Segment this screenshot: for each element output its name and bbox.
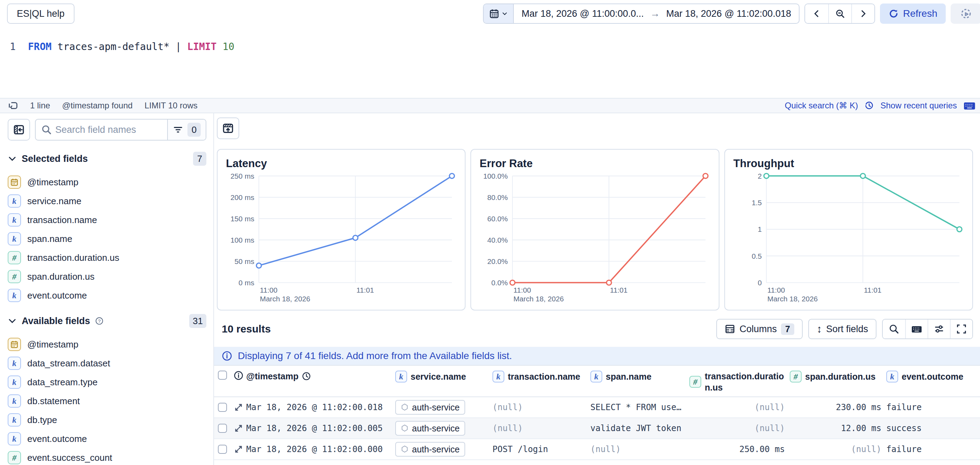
row-checkbox[interactable]	[218, 445, 227, 454]
selected-fields-header[interactable]: Selected fields 7	[8, 152, 206, 166]
time-controls: Mar 18, 2026 @ 11:00:00.0... → Mar 18, 2…	[483, 3, 980, 24]
expand-icon[interactable]	[231, 445, 246, 454]
field-item[interactable]: k data_stream.type	[8, 373, 206, 392]
svg-text:200 ms: 200 ms	[231, 194, 254, 202]
column-header-event-outcome[interactable]: k event.outcome	[886, 371, 980, 382]
keyboard-icon[interactable]	[963, 99, 976, 112]
field-item[interactable]: @timestamp	[8, 173, 206, 192]
cell-event-outcome: failure	[886, 444, 980, 454]
field-type-badge: k	[886, 371, 898, 382]
svg-text:50 ms: 50 ms	[235, 257, 254, 265]
time-nav-group	[804, 3, 875, 24]
field-item[interactable]: # transaction.duration.us	[8, 248, 206, 267]
date-range[interactable]: Mar 18, 2026 @ 11:00:00.0... → Mar 18, 2…	[514, 4, 799, 23]
available-fields-list: @timestamp k data_stream.dataset k data_…	[8, 335, 206, 465]
column-header-transaction-duration[interactable]: # transaction.duration.us	[689, 371, 790, 393]
svg-text:100 ms: 100 ms	[231, 236, 254, 244]
column-header-timestamp[interactable]: @timestamp	[246, 371, 395, 382]
throughput-chart: 00.511.5211:00March 18, 202611:01	[733, 171, 964, 303]
field-filter-button[interactable]: 0	[167, 119, 206, 140]
field-item[interactable]: # span.duration.us	[8, 267, 206, 286]
query-line[interactable]: 1 FROM traces-apm-default* | LIMIT 10	[10, 41, 980, 53]
line-count-status: 1 line	[30, 101, 50, 111]
column-header-transaction-name[interactable]: k transaction.name	[492, 371, 590, 382]
row-checkbox[interactable]	[218, 403, 227, 412]
columns-button[interactable]: Columns 7	[716, 319, 802, 339]
field-item[interactable]: k data_stream.dataset	[8, 354, 206, 373]
query-text[interactable]: FROM traces-apm-default* | LIMIT 10	[28, 41, 234, 53]
fields-info-banner: Displaying 7 of 41 fields. Add more from…	[214, 347, 980, 365]
field-item[interactable]: k span.name	[8, 229, 206, 248]
refresh-label: Refresh	[903, 8, 937, 19]
results-toolbar-right: Columns 7 ↕ Sort fields	[716, 319, 973, 339]
columns-icon	[725, 324, 735, 334]
column-header-span-duration[interactable]: # span.duration.us	[790, 371, 886, 382]
sort-fields-button[interactable]: ↕ Sort fields	[808, 319, 877, 339]
esql-query-editor[interactable]: 1 FROM traces-apm-default* | LIMIT 10	[0, 27, 980, 98]
cell-transaction-duration: 250.00 ms	[689, 444, 790, 454]
wrap-icon[interactable]	[8, 100, 18, 111]
columns-count-badge: 7	[781, 324, 794, 335]
background-search-button[interactable]	[951, 3, 980, 24]
field-item[interactable]: k event.outcome	[8, 429, 206, 448]
available-fields-header[interactable]: Available fields ? 31	[8, 314, 206, 328]
hexagon-icon	[401, 403, 409, 411]
field-item[interactable]: k service.name	[8, 192, 206, 211]
date-picker: Mar 18, 2026 @ 11:00:00.0... → Mar 18, 2…	[483, 3, 800, 24]
collapse-chart-button[interactable]	[217, 117, 239, 139]
chart-title: Latency	[226, 157, 457, 170]
fields-sidebar: 0 Selected fields 7 @timestamp k service…	[0, 113, 214, 465]
time-next-button[interactable]	[851, 4, 874, 23]
table-row: Mar 18, 2026 @ 11:02:00.018 auth-service…	[214, 397, 980, 418]
time-prev-button[interactable]	[805, 4, 828, 23]
esql-help-button[interactable]: ES|QL help	[7, 3, 75, 24]
field-item[interactable]: k db.type	[8, 411, 206, 429]
row-checkbox[interactable]	[218, 424, 227, 433]
field-item[interactable]: k event.outcome	[8, 286, 206, 305]
available-fields-label: Available fields	[22, 316, 90, 327]
column-header-span-name[interactable]: k span.name	[590, 371, 689, 382]
date-end[interactable]: Mar 18, 2026 @ 11:02:00.018	[666, 8, 791, 19]
service-badge[interactable]: auth-service	[395, 442, 465, 457]
collapse-sidebar-button[interactable]	[8, 119, 30, 141]
refresh-button[interactable]: Refresh	[880, 3, 946, 24]
collapse-sidebar-icon	[13, 124, 25, 136]
chevron-down-icon	[8, 154, 17, 163]
question-icon[interactable]: ?	[95, 317, 103, 325]
field-item[interactable]: @timestamp	[8, 335, 206, 354]
table-search-button[interactable]	[883, 319, 905, 338]
service-badge[interactable]: auth-service	[395, 421, 465, 436]
date-quick-select-button[interactable]	[484, 4, 514, 23]
cell-event-outcome: failure	[886, 402, 980, 412]
selected-fields-label: Selected fields	[22, 154, 88, 164]
table-fullscreen-button[interactable]	[950, 319, 972, 338]
select-all-checkbox[interactable]	[218, 371, 227, 380]
field-search-input[interactable]	[55, 124, 167, 135]
editor-footer-right: Quick search (⌘ K) Show recent queries	[785, 99, 976, 112]
svg-text:11:00: 11:00	[767, 286, 785, 294]
column-header-service-name[interactable]: k service.name	[395, 371, 492, 382]
expand-icon[interactable]	[231, 424, 246, 433]
svg-text:40.0%: 40.0%	[488, 236, 508, 244]
hexagon-icon	[401, 445, 409, 454]
svg-text:2: 2	[757, 172, 762, 180]
top-bar: ES|QL help Mar 18, 2026 @ 11:00:00.0... …	[0, 0, 980, 27]
table-display-options-button[interactable]	[928, 319, 950, 338]
field-item[interactable]: k transaction.name	[8, 211, 206, 229]
field-item[interactable]: # event.success_count	[8, 448, 206, 465]
table-header-row: @timestamp k service.name k transaction.…	[214, 365, 980, 397]
service-badge[interactable]: auth-service	[395, 400, 465, 415]
field-item[interactable]: k db.statement	[8, 392, 206, 411]
svg-text:150 ms: 150 ms	[231, 215, 254, 223]
quick-search-link[interactable]: Quick search (⌘ K)	[785, 101, 858, 111]
refresh-icon	[888, 8, 899, 19]
date-start[interactable]: Mar 18, 2026 @ 11:00:00.0...	[522, 8, 644, 19]
time-zoom-out-button[interactable]	[828, 4, 851, 23]
sliders-icon	[934, 324, 944, 334]
header-info-icon[interactable]	[231, 371, 246, 380]
banner-text: Displaying 7 of 41 fields. Add more from…	[238, 350, 512, 362]
cell-transaction-name: POST /login	[492, 444, 590, 454]
recent-queries-link[interactable]: Show recent queries	[880, 101, 957, 111]
table-keyboard-button[interactable]	[905, 319, 928, 338]
expand-icon[interactable]	[231, 403, 246, 412]
